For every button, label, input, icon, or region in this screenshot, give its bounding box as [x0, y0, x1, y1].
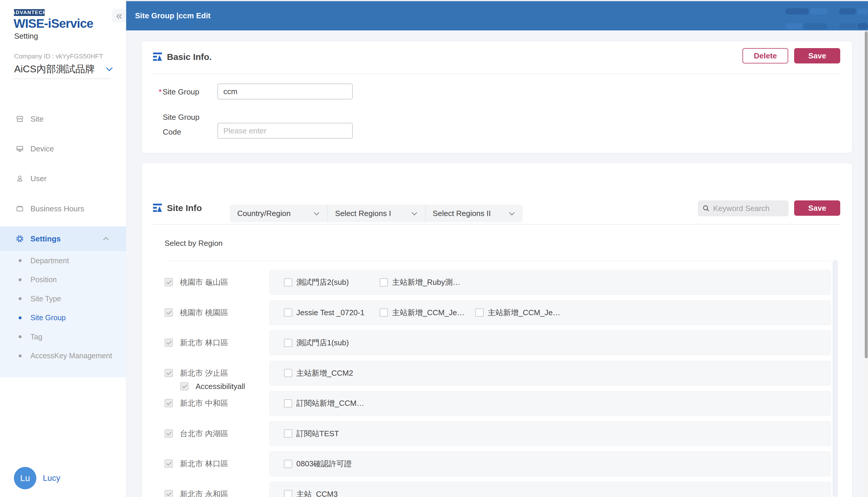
- submenu-item-label: Site Type: [30, 295, 61, 303]
- site-item: 主站新增_CCM_Je…: [380, 300, 465, 325]
- save-button[interactable]: Save: [794, 200, 840, 216]
- section-icon: [153, 52, 162, 61]
- region-checkbox: [165, 369, 173, 377]
- site-checkbox[interactable]: [284, 309, 292, 317]
- sidebar-item-site[interactable]: Site: [0, 106, 126, 131]
- page-scrollbar[interactable]: [864, 30, 868, 497]
- settings-submenu-item[interactable]: AccessKey Management: [0, 346, 126, 366]
- bullet-icon: [18, 278, 22, 281]
- site-list-scrollbar-track[interactable]: [832, 260, 838, 497]
- delete-button[interactable]: Delete: [742, 48, 788, 63]
- site-group-input[interactable]: [218, 84, 353, 99]
- advantech-logo: ADVANTECH: [14, 9, 45, 16]
- region-label: 桃園市 龜山區: [180, 277, 228, 287]
- site-label: 測試門店2(sub): [296, 277, 349, 287]
- region-checkbox: [165, 339, 173, 347]
- page-scrollbar-thumb[interactable]: [865, 31, 868, 358]
- site-item: 主站_CCM3: [284, 482, 338, 497]
- sidebar-item-device[interactable]: Device: [0, 136, 126, 161]
- site-checkbox[interactable]: [284, 339, 292, 347]
- sidebar-item-label: Settings: [30, 234, 61, 243]
- submenu-item-label: AccessKey Management: [30, 352, 112, 360]
- region-checkbox: [165, 490, 173, 497]
- region-label: 台北市 內湖區: [180, 428, 228, 439]
- site-group-code-input[interactable]: [218, 123, 353, 139]
- bullet-icon: [18, 316, 22, 320]
- region-checkbox: [165, 278, 173, 286]
- site-checkbox[interactable]: [284, 429, 292, 438]
- settings-submenu-item[interactable]: Tag: [0, 327, 126, 346]
- settings-submenu: Department Position Site Type Site Group…: [0, 251, 126, 377]
- sidebar-item-label: User: [30, 174, 47, 183]
- calendar-icon: [15, 204, 24, 213]
- storefront-icon: [15, 114, 24, 123]
- site-checkbox[interactable]: [284, 369, 292, 377]
- site-label: 主站新增_CCM_Je…: [392, 308, 465, 318]
- header-pill: [785, 8, 809, 14]
- site-label: 主站新增_CCM2: [296, 368, 353, 378]
- site-panel: [269, 421, 831, 446]
- divider: [14, 79, 111, 79]
- site-checkbox[interactable]: [284, 490, 292, 497]
- settings-submenu-item[interactable]: Department: [0, 251, 126, 270]
- chevron-down-icon: [106, 65, 113, 71]
- keyword-search-input[interactable]: [713, 204, 781, 213]
- basic-info-card: Basic Info. Delete Save *Site Group Site…: [142, 41, 852, 153]
- keyword-search: [698, 200, 788, 216]
- site-item: 測試門店2(sub): [284, 270, 349, 295]
- region-site-row: 新北市 林口區 0803確認許可證: [165, 451, 831, 476]
- sidebar-item-settings[interactable]: Settings: [0, 226, 126, 251]
- submenu-item-label: Site Group: [30, 313, 66, 322]
- sidebar-collapse-button[interactable]: «: [112, 9, 126, 23]
- monitor-icon: [15, 144, 24, 153]
- region-site-row: 新北市 林口區 測試門店1(sub): [165, 330, 831, 355]
- save-button[interactable]: Save: [794, 48, 840, 63]
- dropdown-regions-1[interactable]: Select Regions I: [327, 204, 425, 222]
- region-label: 新北市 林口區: [180, 459, 228, 469]
- header-pill: [857, 8, 868, 14]
- site-label: 訂閱站新增_CCM…: [296, 398, 364, 409]
- site-checkbox[interactable]: [380, 309, 388, 317]
- user-profile[interactable]: Lu Lucy: [14, 467, 60, 489]
- site-label: 訂閱站TEST: [296, 428, 339, 439]
- brand-selector[interactable]: AiCS內部測試品牌: [14, 63, 112, 75]
- site-item: 主站新增_Ruby測…: [380, 270, 460, 295]
- header-pill: [803, 23, 827, 29]
- dropdown-country-region[interactable]: Country/Region: [230, 204, 327, 222]
- search-icon: [702, 204, 710, 213]
- page-title: Site Group |ccm Edit: [135, 1, 211, 30]
- section-icon: [153, 203, 162, 212]
- user-name: Lucy: [43, 473, 60, 483]
- settings-submenu-item[interactable]: Position: [0, 270, 126, 289]
- sidebar: ADVANTECH WISE-iService Setting « Compan…: [0, 0, 126, 497]
- region-label: 桃園市 桃園區: [180, 307, 228, 317]
- header-pill: [839, 8, 856, 14]
- sidebar-item-business-hours[interactable]: Business Hours: [0, 196, 126, 221]
- settings-submenu-item[interactable]: Site Group: [0, 309, 126, 328]
- sidebar-item-user[interactable]: User: [0, 166, 126, 191]
- region-label: 新北市 林口區: [180, 338, 228, 348]
- region-checkbox: [165, 429, 173, 438]
- divider: [153, 224, 841, 225]
- site-checkbox[interactable]: [380, 278, 388, 287]
- settings-submenu-item[interactable]: Site Type: [0, 289, 126, 309]
- section-title: Site Info: [167, 203, 202, 213]
- section-title: Basic Info.: [167, 52, 212, 62]
- site-panel: [269, 330, 831, 355]
- site-checkbox[interactable]: [284, 278, 292, 287]
- chevron-down-icon: [412, 210, 417, 215]
- divider: [153, 73, 841, 74]
- site-panel: [269, 270, 831, 295]
- avatar: Lu: [14, 467, 36, 489]
- site-panel: [269, 451, 831, 476]
- sidebar-item-label: Device: [30, 144, 54, 154]
- app-subtitle: Setting: [14, 32, 38, 41]
- site-item: 主站新增_CCM_Je…: [476, 300, 561, 325]
- site-checkbox[interactable]: [284, 460, 292, 468]
- sidebar-item-label: Site: [30, 114, 44, 124]
- site-checkbox[interactable]: [284, 399, 292, 408]
- site-checkbox[interactable]: [476, 309, 484, 317]
- site-label: 測試門店1(sub): [296, 338, 349, 348]
- dropdown-regions-2[interactable]: Select Regions II: [425, 204, 523, 222]
- submenu-item-label: Tag: [30, 332, 42, 341]
